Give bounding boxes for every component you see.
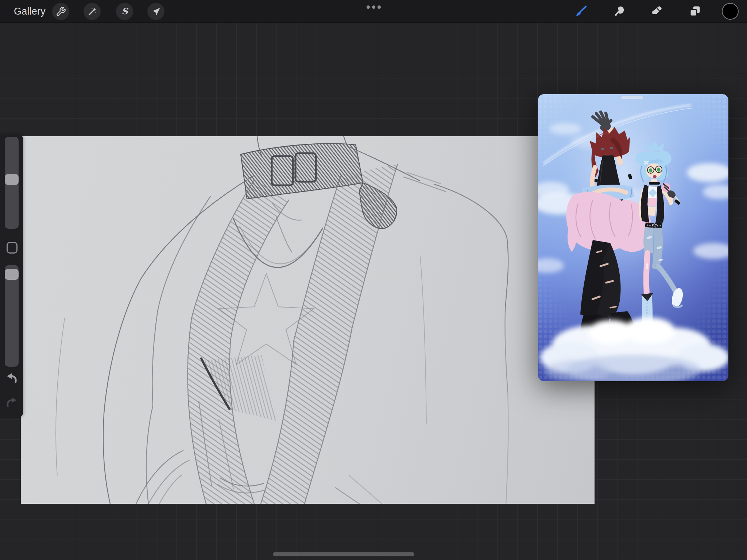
gallery-button[interactable]: Gallery [14,0,46,23]
layers-icon [688,5,701,18]
eraser-icon [650,5,663,18]
procreate-app: Gallery S [0,0,747,560]
smudge-finger-icon [613,5,626,18]
undo-icon [5,372,19,386]
brush-opacity-handle[interactable] [5,269,19,280]
smudge-tool-button[interactable] [612,4,627,19]
svg-text:S: S [121,7,128,16]
canvas-sketch [21,136,595,504]
canvas-options-button[interactable] [365,4,382,10]
drawing-canvas[interactable] [21,136,595,504]
brush-size-handle[interactable] [5,174,19,185]
reference-artwork [538,94,728,381]
redo-button[interactable] [5,396,19,410]
brush-opacity-slider[interactable] [5,265,19,367]
home-indicator[interactable] [273,552,414,556]
reference-window[interactable] [538,94,728,381]
selection-s-icon: S [120,7,130,17]
brush-sidebar [0,134,23,418]
transform-button[interactable] [147,3,165,20]
paint-tool-button[interactable] [573,4,588,19]
top-toolbar: Gallery S [0,0,747,23]
actions-button[interactable] [52,3,69,20]
reference-drag-handle[interactable] [621,96,643,99]
magic-wand-icon [87,7,97,17]
selection-button[interactable]: S [116,3,133,20]
adjustments-button[interactable] [84,3,101,20]
undo-button[interactable] [5,372,19,386]
erase-tool-button[interactable] [649,4,664,19]
brush-icon [574,4,588,18]
color-swatch[interactable] [722,3,739,20]
redo-icon [5,396,19,410]
layers-button[interactable] [688,4,702,19]
wrench-icon [56,7,66,17]
ellipsis-icon [367,5,370,9]
modify-button[interactable] [7,242,18,254]
transform-arrow-icon [151,7,161,17]
